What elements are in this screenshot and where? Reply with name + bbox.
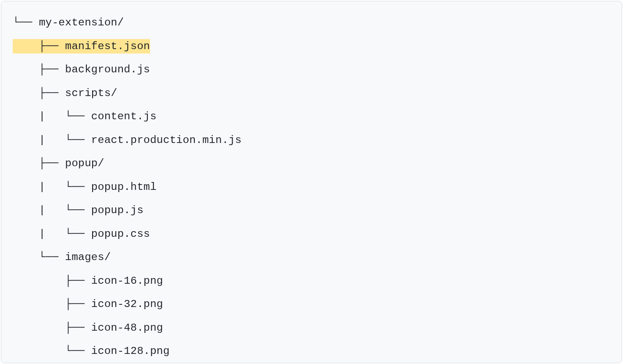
tree-row: └── my-extension/: [13, 11, 610, 35]
tree-row: ├── scripts/: [13, 82, 610, 105]
tree-item-name: icon-32.png: [91, 298, 163, 310]
tree-highlight: ├── manifest.json: [13, 39, 150, 54]
tree-prefix: ├──: [13, 40, 65, 52]
tree-prefix: └──: [13, 345, 91, 357]
tree-prefix: | └──: [13, 228, 91, 240]
tree-item-name: manifest.json: [65, 40, 150, 52]
tree-prefix: └──: [13, 17, 39, 29]
tree-prefix: ├──: [13, 157, 65, 169]
tree-item-name: popup.css: [91, 228, 150, 240]
tree-item-name: background.js: [65, 64, 150, 75]
tree-prefix: | └──: [13, 181, 91, 193]
tree-prefix: ├──: [13, 275, 91, 287]
tree-item-name: my-extension/: [39, 17, 124, 29]
tree-item-name: scripts/: [65, 87, 117, 99]
tree-row: | └── popup.html: [13, 175, 610, 199]
tree-item-name: popup.html: [91, 181, 157, 193]
tree-row: ├── manifest.json: [13, 35, 610, 58]
tree-prefix: | └──: [13, 111, 91, 122]
tree-prefix: ├──: [13, 87, 65, 99]
tree-item-name: icon-48.png: [91, 322, 163, 334]
tree-prefix: ├──: [13, 64, 65, 75]
tree-row: ├── icon-48.png: [13, 316, 610, 340]
tree-row: └── icon-128.png: [13, 339, 610, 363]
tree-row: | └── popup.css: [13, 222, 610, 246]
tree-item-name: popup.js: [91, 204, 143, 216]
tree-item-name: icon-128.png: [91, 345, 170, 357]
tree-row: | └── content.js: [13, 105, 610, 128]
tree-prefix: | └──: [13, 134, 91, 146]
tree-prefix: └──: [13, 251, 65, 263]
tree-row: | └── react.production.min.js: [13, 128, 610, 152]
tree-item-name: react.production.min.js: [91, 134, 242, 146]
tree-row: ├── popup/: [13, 152, 610, 175]
tree-item-name: content.js: [91, 111, 157, 122]
tree-row: └── images/: [13, 246, 610, 269]
file-tree-block: └── my-extension/ ├── manifest.json ├── …: [1, 1, 622, 363]
tree-row: ├── icon-32.png: [13, 293, 610, 316]
tree-row: | └── popup.js: [13, 199, 610, 222]
tree-prefix: ├──: [13, 322, 91, 334]
tree-item-name: popup/: [65, 157, 104, 169]
tree-row: ├── background.js: [13, 58, 610, 82]
tree-item-name: icon-16.png: [91, 275, 163, 287]
tree-item-name: images/: [65, 251, 111, 263]
tree-prefix: | └──: [13, 204, 91, 216]
tree-prefix: ├──: [13, 298, 91, 310]
tree-row: ├── icon-16.png: [13, 269, 610, 293]
